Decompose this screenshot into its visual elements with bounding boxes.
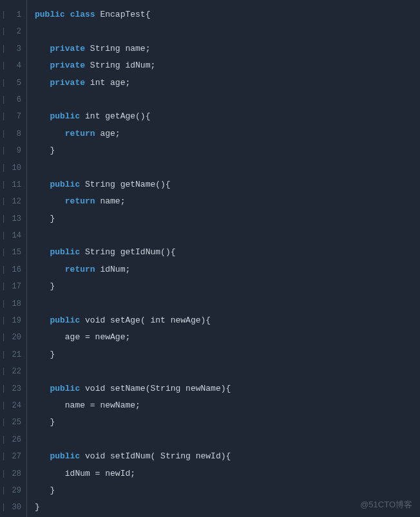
line-number: 21 bbox=[0, 346, 26, 363]
code-line: return name; bbox=[35, 193, 420, 210]
line-number: 16 bbox=[0, 261, 26, 278]
code-line: age = newAge; bbox=[35, 329, 420, 346]
code-line: public String getName(){ bbox=[35, 176, 420, 193]
code-line: public void setName(String newName){ bbox=[35, 381, 420, 397]
code-line: public void setAge( int newAge){ bbox=[35, 312, 420, 329]
code-line: idNum = newId; bbox=[35, 465, 420, 482]
line-number: 6 bbox=[0, 91, 26, 108]
line-number: 2 bbox=[0, 23, 26, 40]
code-line bbox=[35, 227, 420, 244]
line-number: 17 bbox=[0, 278, 26, 295]
code-line: } bbox=[35, 211, 420, 227]
line-number: 29 bbox=[0, 482, 26, 499]
line-number: 3 bbox=[0, 41, 26, 57]
code-line: return age; bbox=[35, 126, 420, 142]
line-number: 19 bbox=[0, 312, 26, 329]
line-number: 20 bbox=[0, 329, 26, 346]
line-number: 13 bbox=[0, 211, 26, 227]
line-number: 27 bbox=[0, 448, 26, 465]
code-line: public void setIdNum( String newId){ bbox=[35, 448, 420, 465]
line-number: 26 bbox=[0, 431, 26, 448]
code-line: private int age; bbox=[35, 75, 420, 91]
code-line bbox=[35, 23, 420, 40]
line-number: 25 bbox=[0, 414, 26, 431]
code-line: } bbox=[35, 278, 420, 295]
line-number: 10 bbox=[0, 160, 26, 176]
line-number: 5 bbox=[0, 75, 26, 91]
line-number: 1 bbox=[0, 6, 26, 23]
code-line: } bbox=[35, 142, 420, 159]
line-number: 30 bbox=[0, 499, 26, 516]
line-number: 22 bbox=[0, 363, 26, 380]
line-gutter: 1 2 3 4 5 6 7 8 9 10 11 12 13 14 15 16 1… bbox=[0, 0, 27, 517]
code-line bbox=[35, 296, 420, 312]
line-number: 18 bbox=[0, 296, 26, 312]
line-number: 15 bbox=[0, 244, 26, 261]
code-line: } bbox=[35, 346, 420, 363]
code-line: private String idNum; bbox=[35, 57, 420, 74]
code-line: return idNum; bbox=[35, 261, 420, 278]
code-line: private String name; bbox=[35, 41, 420, 57]
code-line: name = newName; bbox=[35, 397, 420, 414]
line-number: 8 bbox=[0, 126, 26, 142]
line-number: 14 bbox=[0, 227, 26, 244]
code-line: public String getIdNum(){ bbox=[35, 244, 420, 261]
line-number: 7 bbox=[0, 108, 26, 125]
code-content[interactable]: public class EncapTest{ private String n… bbox=[27, 0, 420, 517]
code-line: } bbox=[35, 414, 420, 431]
code-line: public class EncapTest{ bbox=[35, 6, 420, 23]
line-number: 12 bbox=[0, 193, 26, 210]
line-number: 24 bbox=[0, 397, 26, 414]
line-number: 11 bbox=[0, 176, 26, 193]
code-line bbox=[35, 91, 420, 108]
line-number: 4 bbox=[0, 57, 26, 74]
watermark: @51CTO博客 bbox=[360, 499, 412, 511]
line-number: 23 bbox=[0, 381, 26, 397]
line-number: 9 bbox=[0, 142, 26, 159]
code-line bbox=[35, 160, 420, 176]
code-line: public int getAge(){ bbox=[35, 108, 420, 125]
line-number: 28 bbox=[0, 465, 26, 482]
code-line bbox=[35, 363, 420, 380]
code-line bbox=[35, 431, 420, 448]
code-line: } bbox=[35, 482, 420, 499]
code-editor: 1 2 3 4 5 6 7 8 9 10 11 12 13 14 15 16 1… bbox=[0, 0, 420, 517]
